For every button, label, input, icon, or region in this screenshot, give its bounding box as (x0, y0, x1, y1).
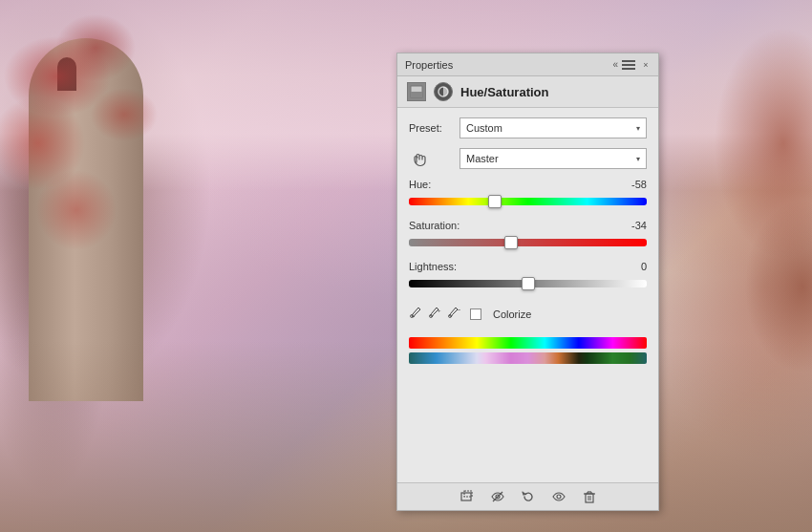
hue-slider-header: Hue: -58 (409, 179, 647, 190)
svg-text:−: − (457, 307, 460, 313)
svg-rect-1 (411, 92, 422, 97)
tool-icons: + − (409, 306, 460, 322)
saturation-value: -34 (618, 220, 647, 231)
eye-hidden-icon[interactable] (490, 489, 505, 504)
colorize-checkbox[interactable] (470, 309, 481, 320)
preset-value: Custom (466, 122, 502, 134)
color-bar-top (409, 337, 647, 349)
colorize-row: + − Colorize (409, 306, 647, 322)
foliage (0, 0, 191, 334)
right-tree (640, 0, 812, 532)
saturation-slider-header: Saturation: -34 (409, 220, 647, 231)
hand-tool-icon[interactable] (409, 149, 452, 168)
lightness-value: 0 (618, 261, 647, 272)
saturation-label: Saturation: (409, 220, 459, 231)
lightness-slider-header: Lightness: 0 (409, 261, 647, 272)
lightness-label: Lightness: (409, 261, 457, 272)
lightness-track (409, 280, 647, 287)
preset-dropdown-arrow: ▾ (636, 124, 640, 133)
collapse-button[interactable]: « (612, 59, 616, 70)
delete-icon[interactable] (582, 489, 597, 504)
color-bar-bottom (409, 352, 647, 364)
hue-track (409, 198, 647, 205)
panel-header: Hue/Saturation (397, 76, 658, 108)
hue-slider-section: Hue: -58 (409, 179, 647, 210)
lightness-track-wrapper[interactable] (409, 275, 647, 292)
channel-value: Master (466, 153, 499, 164)
properties-panel: Properties « × Hue/Saturation (396, 53, 659, 511)
close-button[interactable]: × (641, 60, 651, 70)
reset-icon[interactable] (521, 489, 536, 504)
lightness-slider-section: Lightness: 0 (409, 261, 647, 292)
svg-point-12 (557, 495, 561, 499)
hue-track-wrapper[interactable] (409, 193, 647, 210)
eye-visible-icon[interactable] (551, 489, 566, 504)
preset-row: Preset: Custom ▾ (409, 117, 647, 138)
menu-button[interactable] (622, 60, 635, 70)
panel-header-title: Hue/Saturation (460, 85, 548, 99)
saturation-track (409, 239, 647, 246)
panel-body: Preset: Custom ▾ Master ▾ Hue: -58 (397, 108, 658, 482)
eyedropper-icon[interactable] (409, 306, 422, 322)
saturation-track-wrapper[interactable] (409, 234, 647, 251)
preset-label: Preset: (409, 122, 452, 134)
hue-sat-icon (434, 82, 453, 101)
channel-row: Master ▾ (409, 148, 647, 169)
svg-text:+: + (438, 308, 441, 313)
hue-thumb[interactable] (488, 195, 502, 208)
transform-icon[interactable] (459, 489, 475, 504)
color-bars (409, 337, 647, 364)
adjustment-layer-icon (407, 82, 426, 101)
eyedropper-subtract-icon[interactable]: − (447, 306, 460, 322)
preset-dropdown[interactable]: Custom ▾ (459, 117, 647, 138)
eyedropper-add-icon[interactable]: + (428, 306, 441, 322)
hue-value: -58 (618, 179, 647, 190)
hue-label: Hue: (409, 179, 431, 190)
panel-title: Properties (405, 59, 453, 71)
saturation-slider-section: Saturation: -34 (409, 220, 647, 251)
panel-titlebar: Properties « × (397, 53, 658, 76)
channel-dropdown-arrow: ▾ (636, 155, 640, 163)
titlebar-icons: « × (612, 59, 651, 70)
panel-footer (397, 482, 658, 510)
channel-dropdown[interactable]: Master ▾ (459, 148, 647, 169)
svg-rect-13 (586, 494, 593, 502)
colorize-label: Colorize (493, 309, 531, 320)
lightness-thumb[interactable] (522, 277, 535, 290)
saturation-thumb[interactable] (504, 236, 518, 249)
